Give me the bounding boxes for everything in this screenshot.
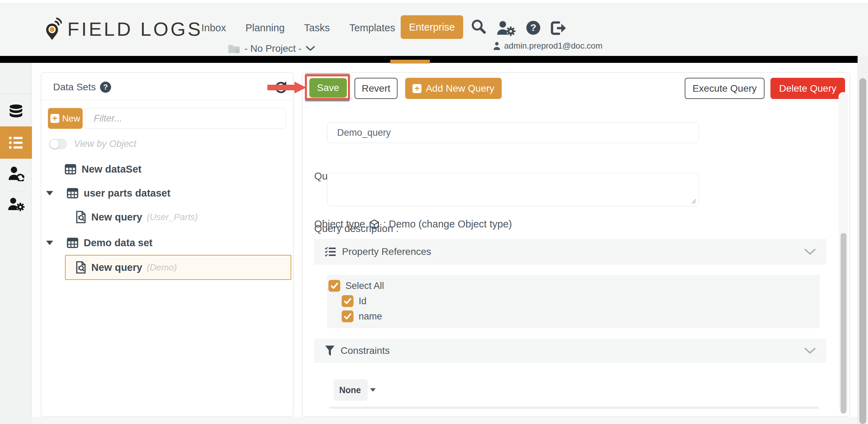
main-nav: Inbox Planning Tasks Templates: [201, 22, 395, 34]
chevron-down-icon[interactable]: [804, 348, 816, 354]
delete-query-button[interactable]: Delete Query: [770, 78, 845, 99]
sidebar-divider: [6, 191, 26, 191]
queries-list-icon: [8, 136, 24, 150]
enterprise-button[interactable]: Enterprise: [401, 15, 463, 39]
active-tab-indicator: [390, 60, 430, 64]
dataset-label: New dataSet: [82, 164, 141, 175]
funnel-icon: [325, 345, 335, 357]
object-type-row: Object type : Demo (change Object type): [314, 218, 512, 230]
query-label: New query: [91, 211, 142, 223]
logout-icon[interactable]: [550, 21, 566, 35]
project-selector-label: - No Project -: [244, 43, 302, 54]
brand-title: FIELD LOGS: [67, 19, 203, 41]
annotation-arrow: [267, 85, 295, 90]
section-divider: [330, 407, 819, 409]
database-icon: [8, 103, 24, 119]
property-references-title: Property References: [342, 246, 431, 257]
constraints-none-dropdown[interactable]: None: [334, 379, 368, 401]
user-email: admin.preprod1@doc.com: [504, 41, 602, 51]
datasets-panel-header: Data Sets ?: [41, 73, 293, 100]
toggle-switch[interactable]: [49, 139, 67, 149]
user-gear-icon: [7, 196, 25, 211]
query-name-input[interactable]: [327, 122, 699, 143]
property-references-body: Select All Id name: [327, 275, 820, 328]
execute-query-button[interactable]: Execute Query: [685, 78, 765, 99]
project-selector[interactable]: - No Project -: [228, 43, 315, 54]
tree-item-query-selected[interactable]: New query (Demo): [65, 255, 291, 280]
tree-item-dataset[interactable]: Demo data set: [46, 235, 152, 250]
tree-item-query[interactable]: New query (User_Parts): [75, 209, 198, 225]
constraints-section-header[interactable]: Constraints: [314, 339, 826, 363]
user-account[interactable]: admin.preprod1@doc.com: [493, 41, 602, 51]
nav-inbox[interactable]: Inbox: [201, 22, 226, 34]
svg-text:?: ?: [530, 22, 536, 33]
panel-scrollbar-thumb[interactable]: [841, 233, 846, 414]
checkbox-checked-icon[interactable]: [328, 280, 340, 292]
tree-item-dataset[interactable]: New dataSet: [64, 161, 141, 177]
query-document-icon: [75, 210, 87, 224]
query-description-textarea[interactable]: [327, 173, 699, 206]
fieldlogs-pin-logo: [45, 17, 62, 41]
plus-icon: +: [412, 84, 422, 93]
query-label: New query: [91, 262, 142, 273]
datasets-panel: Data Sets ? + New View by Object: [41, 72, 293, 417]
checkbox-row-id[interactable]: Id: [342, 295, 367, 307]
constraints-selected-value: None: [334, 385, 361, 395]
question-circle-icon[interactable]: ?: [100, 82, 111, 93]
page-scrollbar-thumb[interactable]: [859, 78, 866, 424]
tree-item-dataset[interactable]: user parts dataset: [46, 185, 170, 201]
nav-templates[interactable]: Templates: [349, 22, 395, 34]
checkbox-label: Id: [359, 296, 367, 307]
annotation-arrow-head: [294, 82, 306, 93]
caret-down-icon[interactable]: [46, 241, 53, 245]
checkbox-row-name[interactable]: name: [342, 310, 382, 322]
query-object-label: (User_Parts): [147, 212, 198, 223]
top-header: FIELD LOGS Inbox Planning Tasks Template…: [0, 3, 868, 56]
sidebar-item-user-sync[interactable]: [0, 165, 32, 181]
revert-button[interactable]: Revert: [354, 78, 398, 99]
search-icon[interactable]: [471, 19, 486, 34]
query-document-icon: [75, 261, 87, 274]
query-editor-panel: Save Revert + Add New Query Execute Quer…: [302, 72, 850, 417]
checkbox-checked-icon[interactable]: [342, 295, 353, 307]
dataset-label: user parts dataset: [84, 188, 170, 199]
sidebar-item-user-admin[interactable]: [0, 196, 32, 211]
dataset-table-icon: [64, 163, 77, 175]
list-check-icon: [325, 247, 336, 257]
view-by-object-toggle-row: View by Object: [49, 139, 136, 149]
help-icon[interactable]: ?: [526, 20, 541, 35]
sidebar-item-datasets[interactable]: [0, 103, 32, 119]
app-logo: FIELD LOGS: [45, 17, 203, 41]
object-type-label: Object type: [314, 218, 365, 230]
property-references-section-header[interactable]: Property References: [314, 239, 826, 265]
checkbox-label: name: [359, 311, 382, 322]
checkbox-label: Select All: [345, 281, 384, 291]
dataset-table-icon: [66, 187, 79, 199]
dataset-label: Demo data set: [84, 237, 152, 249]
checkbox-row-select-all[interactable]: Select All: [328, 280, 384, 292]
nav-planning[interactable]: Planning: [245, 22, 285, 34]
caret-down-icon: [370, 388, 376, 392]
bottom-strip: [32, 417, 858, 424]
add-new-query-button[interactable]: + Add New Query: [405, 78, 502, 99]
annotation-highlight-box: [305, 74, 350, 100]
view-by-object-label: View by Object: [74, 139, 136, 149]
cube-icon: [369, 219, 380, 230]
user-sync-icon: [7, 165, 25, 181]
chevron-down-icon: [306, 46, 315, 51]
new-dataset-button[interactable]: + New: [48, 108, 83, 129]
chevron-down-icon[interactable]: [804, 249, 816, 255]
add-new-query-label: Add New Query: [426, 83, 494, 94]
datasets-title: Data Sets: [53, 82, 96, 93]
query-object-label: (Demo): [147, 262, 177, 273]
object-type-value[interactable]: : Demo (change Object type): [383, 218, 512, 230]
user-settings-icon[interactable]: [496, 19, 516, 36]
nav-tasks[interactable]: Tasks: [304, 22, 330, 34]
sidebar-item-queries-active[interactable]: [0, 126, 32, 159]
filter-input[interactable]: [85, 108, 286, 129]
plus-icon: +: [50, 114, 59, 123]
sidebar-divider: [0, 94, 32, 94]
checkbox-checked-icon[interactable]: [342, 310, 353, 322]
dataset-table-icon: [66, 236, 79, 249]
caret-down-icon[interactable]: [46, 191, 53, 196]
